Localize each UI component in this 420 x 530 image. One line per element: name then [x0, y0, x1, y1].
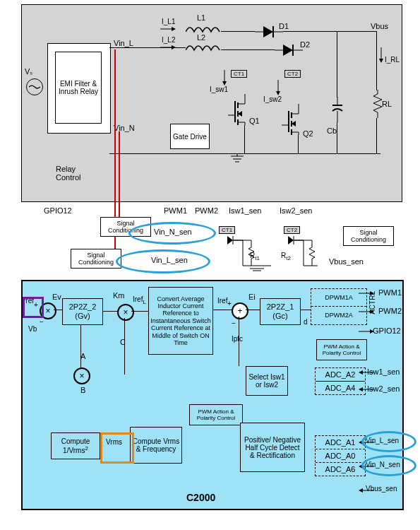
irl-arrow-icon — [378, 47, 385, 63]
rt2-label: Rt2 — [281, 252, 291, 261]
isw2-arrow-icon — [275, 80, 282, 95]
svg-marker-68 — [359, 370, 363, 375]
gv-bot: (Gv) — [75, 312, 90, 320]
gate-drive-label: Gate Drive — [173, 133, 207, 141]
select-isw-block: Select Isw1 or Isw2 — [246, 366, 288, 396]
d2-label: D2 — [300, 40, 310, 49]
iref-label: Iref — [217, 297, 227, 305]
pwm2-top-label: PWM2 — [195, 206, 218, 215]
highlight-vrms — [100, 432, 134, 464]
mosfet-q2-icon — [277, 104, 306, 135]
svg-marker-9 — [283, 45, 293, 56]
diode-d2-icon — [275, 43, 303, 57]
minus-2: − — [232, 319, 236, 327]
l1-label: L1 — [197, 13, 205, 22]
isw2-label: I_sw2 — [263, 95, 282, 103]
vbus-sen-mid-label: Vbus_sen — [329, 257, 364, 266]
arrow-isw1-in-icon — [359, 369, 374, 377]
gc-bot: (Gc) — [272, 312, 287, 320]
b-label: B — [80, 386, 85, 394]
pwm-pol-1-label: PWM Action & Polarity Control — [318, 343, 365, 356]
adc-a0: ADC_A0 — [316, 449, 365, 463]
vin-n-sense-line — [119, 131, 120, 222]
sc-box-3: Signal Conditioning — [343, 226, 394, 246]
gpio12-top-label: GPIO12 — [44, 206, 72, 215]
pwm-pol-2-label: PWM Action & Polarity Control — [191, 408, 241, 421]
il1-label: I_L1 — [162, 18, 175, 25]
gc-top: 2P2Z_1 — [267, 302, 294, 311]
ipfc-label: Ipfc — [232, 335, 243, 343]
rectification-label: Positive/ Negative Half Cycle Detect & R… — [242, 436, 303, 459]
km-label: Km — [113, 291, 125, 300]
svg-marker-70 — [359, 387, 363, 391]
convert-label: Convert Average Inductor Current Referen… — [150, 295, 211, 346]
minus-1: − — [40, 318, 44, 326]
select-isw-label: Select Isw1 or Isw2 — [248, 373, 286, 389]
comp-vrms2-label: Compute 1/Vrms2 — [53, 437, 98, 454]
power-stage-panel: Vₛ EMI Filter & Inrush Relay Vin_L Vin_N… — [21, 4, 402, 202]
il1-arrow-icon — [160, 25, 176, 33]
svg-marker-40 — [379, 59, 383, 63]
vs-label: Vₛ — [25, 67, 32, 76]
highlight-vinl-sen-right — [361, 431, 416, 452]
rectification-block: Positive/ Negative Half Cycle Detect & R… — [240, 423, 305, 472]
arrow-gpio12-icon — [359, 328, 374, 335]
isw1-label: I_sw1 — [210, 86, 228, 93]
svg-marker-62 — [370, 291, 374, 295]
controller-title: C2000 — [186, 492, 215, 503]
vin-n-label: Vin_N — [114, 124, 135, 132]
out-pwm2: PWM2 — [378, 307, 402, 315]
mult-km-icon: × — [117, 304, 134, 321]
mosfet-q1-icon — [224, 94, 252, 125]
out-gpio12: GPIO12 — [373, 326, 401, 335]
highlight-vin-n-sen — [128, 222, 216, 245]
adc-a2: ADC_A2 — [316, 368, 365, 382]
vin-l-label: Vin_L — [114, 39, 133, 47]
highlight-vref — [23, 297, 44, 318]
ac-source-icon — [26, 78, 43, 95]
vbus-label: Vbus — [371, 22, 388, 30]
relay-control-label: Relay Control — [56, 165, 91, 182]
ct1-box: CT1 — [231, 70, 247, 78]
sum-ei-icon: + — [232, 302, 248, 319]
ei-label: Ei — [248, 293, 256, 301]
svg-marker-66 — [370, 329, 374, 334]
gv-block: 2P2Z_2(Gv) — [62, 298, 103, 325]
d-label: d — [304, 318, 308, 326]
sc-label-3: Signal Conditioning — [345, 229, 392, 243]
svg-marker-76 — [359, 488, 363, 493]
q2-label: Q2 — [303, 129, 313, 138]
pwm-pol-2: PWM Action & Polarity Control — [189, 404, 243, 425]
isw1s-label: Isw1_sen — [229, 206, 261, 215]
adc-a1: ADC_A1 — [316, 436, 365, 449]
arrow-pwm1-icon — [359, 290, 374, 297]
gate-drive-block: Gate Drive — [170, 124, 210, 149]
svg-marker-64 — [370, 310, 374, 314]
svg-marker-1 — [172, 27, 176, 31]
il2-label: I_L2 — [162, 36, 175, 44]
sc-label-2: Signal Conditioning — [73, 252, 119, 266]
out-pwm1: PWM1 — [378, 288, 402, 297]
gv-top: 2P2Z_2 — [69, 302, 97, 311]
ground-icon — [231, 153, 244, 163]
d1-label: D1 — [279, 22, 289, 30]
adc-a6: ADC_A6 — [316, 463, 365, 476]
plus-2: + — [227, 300, 232, 307]
isw2s-label: Isw2_sen — [280, 206, 312, 215]
svg-marker-45 — [227, 236, 233, 245]
ct2-mid: CT2 — [284, 226, 300, 234]
cb-label: Cb — [327, 126, 337, 135]
arrow-isw2-in-icon — [359, 386, 374, 394]
rl-label: RL — [382, 100, 392, 108]
l2-label: L2 — [197, 33, 205, 42]
controller-panel: Vref Vb × + − Ev 2P2Z_2(Gv) × Km IrefL C… — [21, 280, 404, 510]
comp-vrms2-block: Compute 1/Vrms2 — [51, 432, 100, 459]
pwm1-top-label: PWM1 — [164, 206, 187, 215]
highlight-vin-l-sen — [116, 249, 210, 273]
a-label: A — [80, 352, 85, 360]
ct2-box: CT2 — [284, 70, 301, 78]
isw1-arrow-icon — [221, 70, 228, 86]
ev-label: Ev — [52, 293, 61, 301]
mult-ab-icon: × — [73, 367, 90, 384]
irl-label: I_RL — [385, 56, 400, 64]
